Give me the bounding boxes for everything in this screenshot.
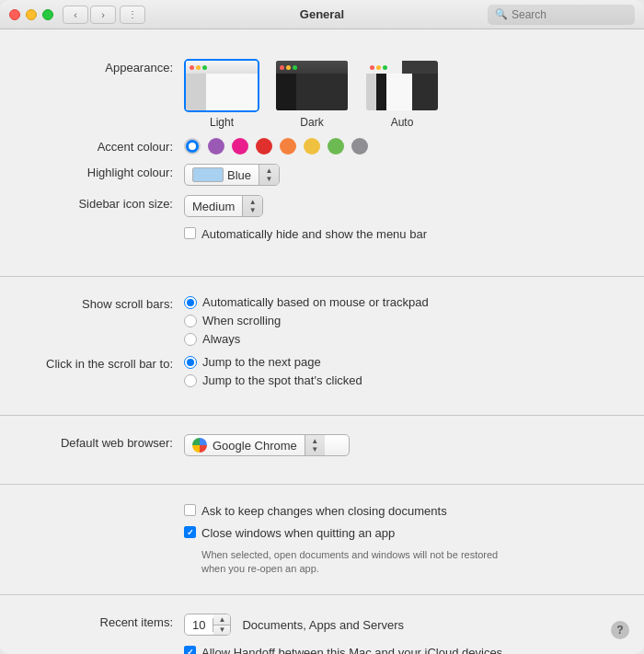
close-windows-sublabel: When selected, open documents and window… xyxy=(201,548,616,577)
stepper-buttons: ▲ ▼ xyxy=(213,614,230,635)
appearance-auto[interactable]: Auto xyxy=(364,59,440,129)
maximize-button[interactable] xyxy=(42,9,53,20)
click-scroll-spot-radio[interactable] xyxy=(184,374,197,387)
accent-green[interactable] xyxy=(328,138,344,155)
browser-arrow-down-icon: ▼ xyxy=(311,446,318,453)
browser-select[interactable]: Google Chrome ▲ ▼ xyxy=(184,434,350,456)
browser-row: Default web browser: Google Chrome ▲ ▼ xyxy=(28,434,616,456)
scroll-bars-scrolling-row: When scrolling xyxy=(184,314,429,327)
appearance-label: Appearance: xyxy=(28,59,184,75)
scroll-bars-row: Show scroll bars: Automatically based on… xyxy=(28,295,616,346)
highlight-colour-select[interactable]: Blue ▲ ▼ xyxy=(184,164,280,186)
click-scroll-next-label: Jump to the next page xyxy=(202,355,321,369)
recent-items-value: 10 xyxy=(185,618,213,632)
close-windows-label: Close windows when quitting an app xyxy=(201,525,395,542)
scroll-bars-auto-label: Automatically based on mouse or trackpad xyxy=(202,295,429,309)
scroll-bars-radio-group: Automatically based on mouse or trackpad… xyxy=(184,295,429,346)
grid-button[interactable]: ⋮ xyxy=(120,6,145,24)
accent-red[interactable] xyxy=(256,138,272,155)
highlight-colour-row: Highlight colour: Blue ▲ ▼ xyxy=(28,164,616,186)
checkboxes-section: Ask to keep changes when closing documen… xyxy=(0,492,644,587)
recent-items-row: Recent items: 10 ▲ ▼ Documents, Apps and… xyxy=(28,614,616,636)
appearance-dark-label: Dark xyxy=(300,116,323,129)
appearance-row: Appearance: xyxy=(28,59,616,129)
browser-content: Google Chrome ▲ ▼ xyxy=(184,434,616,456)
handoff-row: Allow Handoff between this Mac and your … xyxy=(184,645,616,654)
sidebar-icon-size-label: Sidebar icon size: xyxy=(28,195,184,211)
appearance-light-label: Light xyxy=(210,116,234,129)
divider-4 xyxy=(0,594,644,595)
close-windows-checkbox[interactable] xyxy=(184,526,196,538)
sidebar-arrow-up-icon: ▲ xyxy=(249,199,257,206)
close-windows-row: Close windows when quitting an app xyxy=(184,525,616,542)
nav-arrows: ‹ › xyxy=(63,6,116,24)
arrow-up-icon: ▲ xyxy=(266,167,273,175)
appearance-options: Light xyxy=(184,59,616,129)
stepper-up-button[interactable]: ▲ xyxy=(213,614,230,625)
accent-orange[interactable] xyxy=(280,138,296,155)
divider-1 xyxy=(0,276,644,277)
scroll-bars-section: Show scroll bars: Automatically based on… xyxy=(0,284,644,407)
menu-bar-checkbox-label: Automatically hide and show the menu bar xyxy=(201,226,427,243)
click-scroll-radio-group: Jump to the next page Jump to the spot t… xyxy=(184,355,362,387)
search-input[interactable] xyxy=(512,8,627,21)
handoff-content: Allow Handoff between this Mac and your … xyxy=(184,645,616,654)
scroll-bars-scrolling-label: When scrolling xyxy=(202,314,281,327)
arrow-down-icon: ▼ xyxy=(266,176,273,183)
click-scroll-spot-label: Jump to the spot that's clicked xyxy=(202,373,362,387)
scroll-bars-auto-row: Automatically based on mouse or trackpad xyxy=(184,295,429,309)
recent-items-label: Recent items: xyxy=(28,614,184,629)
highlight-arrow-box: ▲ ▼ xyxy=(259,164,279,186)
appearance-light-thumb[interactable] xyxy=(184,59,259,112)
scroll-bars-label: Show scroll bars: xyxy=(28,295,184,311)
scroll-bars-scrolling-radio[interactable] xyxy=(184,315,197,327)
handoff-checkbox[interactable] xyxy=(184,646,196,654)
ask-changes-row: Ask to keep changes when closing documen… xyxy=(184,503,616,520)
menu-bar-content: Automatically hide and show the menu bar xyxy=(184,226,616,248)
sidebar-icon-size-row: Sidebar icon size: Medium ▲ ▼ xyxy=(28,195,616,217)
close-button[interactable] xyxy=(9,9,20,20)
browser-name: Google Chrome xyxy=(213,439,297,453)
appearance-auto-thumb[interactable] xyxy=(364,59,440,112)
appearance-light[interactable]: Light xyxy=(184,59,259,129)
browser-section: Default web browser: Google Chrome ▲ ▼ xyxy=(0,423,644,476)
scroll-bars-always-row: Always xyxy=(184,332,429,346)
appearance-dark[interactable]: Dark xyxy=(274,59,350,129)
accent-graphite[interactable] xyxy=(351,138,368,155)
handoff-label: Allow Handoff between this Mac and your … xyxy=(201,645,502,654)
recent-items-stepper[interactable]: 10 ▲ ▼ xyxy=(184,614,231,636)
menu-bar-checkbox[interactable] xyxy=(184,227,196,239)
scroll-bars-always-radio[interactable] xyxy=(184,333,197,346)
click-scroll-spot-row: Jump to the spot that's clicked xyxy=(184,373,362,387)
menu-bar-row: Automatically hide and show the menu bar xyxy=(28,226,616,248)
chrome-icon xyxy=(192,438,207,453)
search-box[interactable]: 🔍 xyxy=(488,5,635,25)
stepper-down-button[interactable]: ▼ xyxy=(213,625,230,636)
accent-colour-row: Accent colour: xyxy=(28,138,616,155)
click-scroll-next-row: Jump to the next page xyxy=(184,355,362,369)
recent-items-content: 10 ▲ ▼ Documents, Apps and Servers xyxy=(184,614,616,636)
content-area: Appearance: xyxy=(0,29,644,654)
divider-2 xyxy=(0,415,644,416)
accent-yellow[interactable] xyxy=(304,138,320,155)
accent-colours xyxy=(184,138,616,155)
help-button[interactable]: ? xyxy=(611,621,629,639)
scroll-bars-auto-radio[interactable] xyxy=(184,296,197,309)
appearance-dark-thumb[interactable] xyxy=(274,59,350,112)
click-scroll-next-radio[interactable] xyxy=(184,356,197,369)
menu-bar-checkbox-row: Automatically hide and show the menu bar xyxy=(184,226,427,243)
forward-button[interactable]: › xyxy=(90,6,116,24)
click-scroll-row: Click in the scroll bar to: Jump to the … xyxy=(28,355,616,387)
ask-changes-checkbox[interactable] xyxy=(184,504,196,516)
sidebar-icon-size-select[interactable]: Medium ▲ ▼ xyxy=(184,195,263,217)
click-scroll-content: Jump to the next page Jump to the spot t… xyxy=(184,355,616,387)
traffic-lights xyxy=(9,9,53,20)
menu-bar-label xyxy=(28,226,184,228)
search-icon: 🔍 xyxy=(495,8,508,20)
minimize-button[interactable] xyxy=(26,9,37,20)
accent-blue[interactable] xyxy=(184,138,201,155)
accent-pink[interactable] xyxy=(232,138,248,155)
accent-purple[interactable] xyxy=(208,138,224,155)
click-scroll-label: Click in the scroll bar to: xyxy=(28,355,184,371)
back-button[interactable]: ‹ xyxy=(63,6,88,24)
